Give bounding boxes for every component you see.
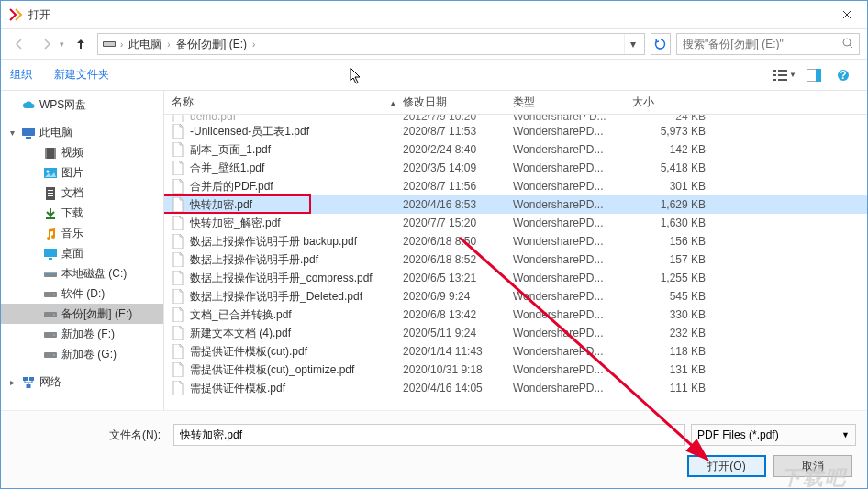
breadcrumb-dropdown[interactable]: ▾: [624, 34, 640, 54]
sidebar-item[interactable]: 备份[勿删] (E:): [1, 304, 163, 324]
file-date: 2020/10/31 9:18: [403, 363, 513, 376]
file-size: 5,418 KB: [632, 161, 724, 174]
file-row[interactable]: 数据上报操作说明手册.pdf2020/6/18 8:52WondershareP…: [164, 250, 867, 269]
sidebar-item-label: WPS网盘: [39, 97, 86, 113]
sidebar-item[interactable]: 本地磁盘 (C:): [1, 263, 163, 283]
col-type[interactable]: 类型: [513, 91, 632, 114]
svg-rect-4: [778, 70, 787, 72]
file-icon: [172, 161, 184, 175]
expander-icon[interactable]: ▸: [6, 377, 17, 387]
file-row[interactable]: 数据上报操作说明手册_Deleted.pdf2020/6/9 9:24Wonde…: [164, 287, 867, 306]
file-size: 1,255 KB: [632, 272, 724, 284]
file-row[interactable]: 合并_壁纸1.pdf2020/3/5 14:09WondersharePD...…: [164, 159, 867, 177]
col-size[interactable]: 大小: [632, 91, 724, 114]
sidebar-item-label: 视频: [61, 145, 83, 161]
sidebar-item[interactable]: ▸网络: [1, 372, 163, 392]
drive-icon: [102, 37, 117, 51]
file-row[interactable]: 需提供证件模板(cut)_optimize.pdf2020/10/31 9:18…: [164, 361, 867, 379]
view-mode-button[interactable]: ▼: [770, 64, 799, 86]
svg-rect-39: [27, 384, 31, 388]
file-type: WondersharePD...: [513, 253, 632, 266]
sidebar-item[interactable]: 新加卷 (G:): [1, 344, 163, 364]
open-button[interactable]: 打开(O): [687, 455, 766, 477]
sidebar-item[interactable]: 音乐: [1, 223, 163, 243]
file-row[interactable]: 合并后的PDF.pdf2020/8/7 11:56WondersharePD..…: [164, 177, 867, 195]
sidebar-item[interactable]: ▾此电脑: [1, 122, 163, 142]
file-row[interactable]: 快转加密.pdf2020/4/16 8:53WondersharePD...1,…: [164, 195, 867, 214]
chevron-right-icon: ›: [118, 39, 125, 50]
filetype-filter[interactable]: PDF Files (*.pdf) ▼: [691, 424, 856, 446]
file-name: 数据上报操作说明手册.pdf: [190, 252, 318, 268]
help-button[interactable]: ?: [829, 64, 858, 86]
file-size: 142 KB: [632, 143, 724, 156]
file-type: WondersharePD...: [513, 272, 632, 284]
history-dropdown-icon[interactable]: ▾: [60, 39, 64, 49]
svg-point-34: [53, 334, 55, 336]
refresh-button[interactable]: [651, 33, 671, 55]
newfolder-button[interactable]: 新建文件夹: [54, 67, 109, 83]
svg-rect-23: [48, 195, 53, 196]
sidebar-item[interactable]: 下载: [1, 203, 163, 223]
close-button[interactable]: [826, 1, 867, 28]
file-row[interactable]: 数据上报操作说明手册 backup.pdf2020/6/18 8:50Wonde…: [164, 232, 867, 250]
file-name: 数据上报操作说明手册_compress.pdf: [190, 271, 373, 286]
file-icon: [172, 381, 184, 395]
col-date[interactable]: 修改日期: [403, 91, 513, 114]
file-date: 2020/2/24 8:40: [403, 143, 513, 156]
search-box[interactable]: [676, 33, 860, 55]
file-row[interactable]: 副本_页面_1.pdf2020/2/24 8:40WondersharePD..…: [164, 140, 867, 159]
file-size: 330 KB: [632, 308, 724, 321]
sidebar-item[interactable]: WPS网盘: [1, 94, 163, 115]
cancel-button[interactable]: 取消: [773, 455, 852, 477]
file-row[interactable]: demo.pdf2012/7/9 10:20WondershareP D...2…: [164, 115, 867, 122]
file-name: demo.pdf: [190, 115, 236, 122]
col-name[interactable]: 名称▴: [172, 91, 403, 114]
file-row[interactable]: 文档_已合并转换.pdf2020/6/8 13:42WondersharePD.…: [164, 306, 867, 324]
file-date: 2020/6/8 13:42: [403, 308, 513, 321]
filename-input[interactable]: [173, 424, 685, 446]
picture-icon: [43, 166, 58, 179]
file-type: WondersharePD...: [513, 143, 632, 156]
file-size: 24 KB: [632, 115, 724, 122]
sidebar-item[interactable]: 桌面: [1, 243, 163, 263]
breadcrumb[interactable]: › 此电脑 › 备份[勿删] (E:) › ▾: [97, 33, 645, 55]
file-icon: [172, 271, 184, 285]
file-row[interactable]: 需提供证件模板.pdf2020/4/16 14:05WondersharePD.…: [164, 379, 867, 397]
file-rows[interactable]: demo.pdf2012/7/9 10:20WondershareP D...2…: [164, 115, 867, 410]
up-button[interactable]: [70, 33, 92, 55]
breadcrumb-seg[interactable]: 此电脑: [127, 37, 163, 52]
breadcrumb-seg[interactable]: 备份[勿删] (E:): [174, 37, 249, 52]
window-title: 打开: [28, 7, 826, 23]
file-size: 157 KB: [632, 253, 724, 266]
sidebar-item[interactable]: 新加卷 (F:): [1, 324, 163, 344]
file-row[interactable]: 需提供证件模板(cut).pdf2020/1/14 11:43Wondersha…: [164, 342, 867, 361]
sidebar-item-label: 备份[勿删] (E:): [61, 306, 132, 322]
file-date: 2012/7/9 10:20: [403, 115, 513, 122]
chevron-right-icon: ›: [165, 39, 172, 50]
sidebar-item[interactable]: 文档: [1, 183, 163, 203]
svg-rect-6: [778, 74, 787, 76]
organize-menu[interactable]: 组织: [10, 67, 32, 83]
svg-rect-22: [48, 193, 53, 194]
file-date: 2020/6/9 9:24: [403, 290, 513, 303]
file-row[interactable]: 新建文本文档 (4).pdf2020/5/11 9:24WondershareP…: [164, 324, 867, 342]
svg-rect-21: [48, 190, 53, 191]
file-icon: [172, 197, 184, 212]
file-row[interactable]: -Unlicensed-员工表1.pdf2020/8/7 11:53Wonder…: [164, 122, 867, 140]
preview-pane-button[interactable]: [799, 64, 829, 86]
forward-button[interactable]: [36, 33, 58, 55]
file-row[interactable]: 数据上报操作说明手册_compress.pdf2020/6/5 13:21Won…: [164, 269, 867, 287]
file-name: 合并后的PDF.pdf: [190, 179, 273, 194]
sidebar-item[interactable]: 软件 (D:): [1, 283, 163, 304]
file-date: 2020/8/7 11:56: [403, 180, 513, 193]
sidebar-item[interactable]: 图片: [1, 162, 163, 183]
expander-icon[interactable]: ▾: [6, 128, 17, 138]
sidebar-item-label: 桌面: [61, 246, 83, 261]
file-icon: [172, 115, 184, 122]
file-type: WondershareP D...: [513, 115, 632, 122]
sidebar-item[interactable]: 视频: [1, 142, 163, 162]
file-row[interactable]: 快转加密_解密.pdf2020/7/7 15:20WondersharePD..…: [164, 214, 867, 232]
back-button[interactable]: [8, 33, 30, 55]
file-name: 数据上报操作说明手册 backup.pdf: [190, 234, 357, 250]
search-input[interactable]: [683, 38, 837, 50]
